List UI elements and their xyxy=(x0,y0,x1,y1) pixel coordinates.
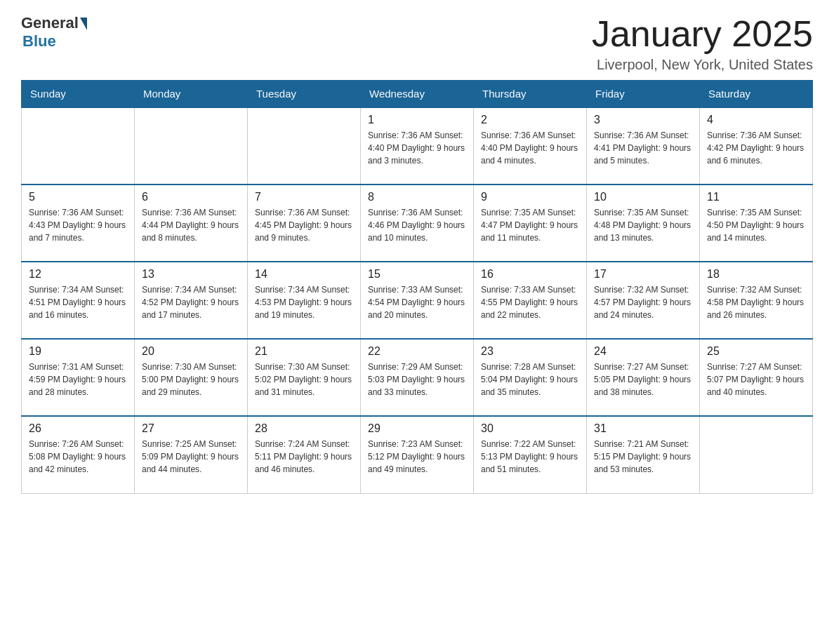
cell-inner: 29Sunrise: 7:23 AM Sunset: 5:12 PM Dayli… xyxy=(368,422,466,476)
cell-inner: 3Sunrise: 7:36 AM Sunset: 4:41 PM Daylig… xyxy=(594,114,692,167)
calendar-cell: 29Sunrise: 7:23 AM Sunset: 5:12 PM Dayli… xyxy=(361,416,474,493)
cell-inner: 12Sunrise: 7:34 AM Sunset: 4:51 PM Dayli… xyxy=(29,268,127,321)
day-info: Sunrise: 7:34 AM Sunset: 4:52 PM Dayligh… xyxy=(142,283,240,321)
day-info: Sunrise: 7:32 AM Sunset: 4:57 PM Dayligh… xyxy=(594,283,692,321)
day-info: Sunrise: 7:36 AM Sunset: 4:40 PM Dayligh… xyxy=(368,129,466,167)
cell-inner: 16Sunrise: 7:33 AM Sunset: 4:55 PM Dayli… xyxy=(481,268,579,321)
cell-inner: 30Sunrise: 7:22 AM Sunset: 5:13 PM Dayli… xyxy=(481,422,579,476)
logo: General Blue xyxy=(21,14,87,51)
cell-inner: 20Sunrise: 7:30 AM Sunset: 5:00 PM Dayli… xyxy=(142,345,240,398)
cell-inner: 7Sunrise: 7:36 AM Sunset: 4:45 PM Daylig… xyxy=(255,191,353,244)
cell-inner: 5Sunrise: 7:36 AM Sunset: 4:43 PM Daylig… xyxy=(29,191,127,244)
calendar-week-4: 19Sunrise: 7:31 AM Sunset: 4:59 PM Dayli… xyxy=(22,339,813,416)
calendar-header-tuesday: Tuesday xyxy=(248,81,361,108)
day-info: Sunrise: 7:33 AM Sunset: 4:55 PM Dayligh… xyxy=(481,283,579,321)
calendar-cell xyxy=(700,416,813,493)
day-number: 1 xyxy=(368,114,466,126)
calendar-cell xyxy=(248,107,361,185)
calendar-cell: 24Sunrise: 7:27 AM Sunset: 5:05 PM Dayli… xyxy=(587,339,700,416)
cell-inner: 13Sunrise: 7:34 AM Sunset: 4:52 PM Dayli… xyxy=(142,268,240,321)
day-number: 6 xyxy=(142,191,240,203)
day-info: Sunrise: 7:34 AM Sunset: 4:51 PM Dayligh… xyxy=(29,283,127,321)
calendar-cell: 10Sunrise: 7:35 AM Sunset: 4:48 PM Dayli… xyxy=(587,185,700,262)
cell-inner: 10Sunrise: 7:35 AM Sunset: 4:48 PM Dayli… xyxy=(594,191,692,244)
day-number: 7 xyxy=(255,191,353,203)
logo-general: General xyxy=(21,14,79,32)
day-info: Sunrise: 7:33 AM Sunset: 4:54 PM Dayligh… xyxy=(368,283,466,321)
day-info: Sunrise: 7:29 AM Sunset: 5:03 PM Dayligh… xyxy=(368,361,466,398)
page-title: January 2025 xyxy=(592,14,813,54)
day-number: 5 xyxy=(29,191,127,203)
calendar-cell: 20Sunrise: 7:30 AM Sunset: 5:00 PM Dayli… xyxy=(135,339,248,416)
calendar-cell: 8Sunrise: 7:36 AM Sunset: 4:46 PM Daylig… xyxy=(361,185,474,262)
cell-inner: 17Sunrise: 7:32 AM Sunset: 4:57 PM Dayli… xyxy=(594,268,692,321)
day-info: Sunrise: 7:32 AM Sunset: 4:58 PM Dayligh… xyxy=(707,283,805,321)
day-number: 26 xyxy=(29,422,127,435)
day-info: Sunrise: 7:36 AM Sunset: 4:40 PM Dayligh… xyxy=(481,129,579,167)
calendar-header-thursday: Thursday xyxy=(474,81,587,108)
day-number: 9 xyxy=(481,191,579,203)
calendar-cell: 25Sunrise: 7:27 AM Sunset: 5:07 PM Dayli… xyxy=(700,339,813,416)
calendar-cell: 28Sunrise: 7:24 AM Sunset: 5:11 PM Dayli… xyxy=(248,416,361,493)
day-number: 4 xyxy=(707,114,805,126)
calendar-cell: 5Sunrise: 7:36 AM Sunset: 4:43 PM Daylig… xyxy=(22,185,135,262)
calendar-cell: 26Sunrise: 7:26 AM Sunset: 5:08 PM Dayli… xyxy=(22,416,135,493)
page-subtitle: Liverpool, New York, United States xyxy=(592,57,813,73)
day-info: Sunrise: 7:31 AM Sunset: 4:59 PM Dayligh… xyxy=(29,361,127,398)
cell-inner: 24Sunrise: 7:27 AM Sunset: 5:05 PM Dayli… xyxy=(594,345,692,398)
cell-inner: 4Sunrise: 7:36 AM Sunset: 4:42 PM Daylig… xyxy=(707,114,805,167)
day-number: 28 xyxy=(255,422,353,435)
calendar-cell: 1Sunrise: 7:36 AM Sunset: 4:40 PM Daylig… xyxy=(361,107,474,185)
cell-inner: 27Sunrise: 7:25 AM Sunset: 5:09 PM Dayli… xyxy=(142,422,240,476)
logo-top: General xyxy=(21,14,87,32)
day-info: Sunrise: 7:30 AM Sunset: 5:02 PM Dayligh… xyxy=(255,361,353,398)
calendar-cell xyxy=(135,107,248,185)
day-number: 30 xyxy=(481,422,579,435)
cell-inner: 21Sunrise: 7:30 AM Sunset: 5:02 PM Dayli… xyxy=(255,345,353,398)
day-info: Sunrise: 7:34 AM Sunset: 4:53 PM Dayligh… xyxy=(255,283,353,321)
day-info: Sunrise: 7:28 AM Sunset: 5:04 PM Dayligh… xyxy=(481,361,579,398)
day-number: 18 xyxy=(707,268,805,281)
cell-inner: 9Sunrise: 7:35 AM Sunset: 4:47 PM Daylig… xyxy=(481,191,579,244)
day-number: 13 xyxy=(142,268,240,281)
calendar-cell: 30Sunrise: 7:22 AM Sunset: 5:13 PM Dayli… xyxy=(474,416,587,493)
day-number: 19 xyxy=(29,345,127,358)
day-info: Sunrise: 7:36 AM Sunset: 4:45 PM Dayligh… xyxy=(255,206,353,244)
day-info: Sunrise: 7:24 AM Sunset: 5:11 PM Dayligh… xyxy=(255,438,353,476)
calendar-cell: 15Sunrise: 7:33 AM Sunset: 4:54 PM Dayli… xyxy=(361,262,474,339)
calendar-cell: 23Sunrise: 7:28 AM Sunset: 5:04 PM Dayli… xyxy=(474,339,587,416)
day-info: Sunrise: 7:27 AM Sunset: 5:07 PM Dayligh… xyxy=(707,361,805,398)
cell-inner: 2Sunrise: 7:36 AM Sunset: 4:40 PM Daylig… xyxy=(481,114,579,167)
calendar-week-3: 12Sunrise: 7:34 AM Sunset: 4:51 PM Dayli… xyxy=(22,262,813,339)
cell-inner: 6Sunrise: 7:36 AM Sunset: 4:44 PM Daylig… xyxy=(142,191,240,244)
calendar-cell: 6Sunrise: 7:36 AM Sunset: 4:44 PM Daylig… xyxy=(135,185,248,262)
cell-inner: 8Sunrise: 7:36 AM Sunset: 4:46 PM Daylig… xyxy=(368,191,466,244)
cell-inner: 15Sunrise: 7:33 AM Sunset: 4:54 PM Dayli… xyxy=(368,268,466,321)
calendar-cell: 21Sunrise: 7:30 AM Sunset: 5:02 PM Dayli… xyxy=(248,339,361,416)
calendar-cell: 12Sunrise: 7:34 AM Sunset: 4:51 PM Dayli… xyxy=(22,262,135,339)
day-number: 16 xyxy=(481,268,579,281)
calendar-header-friday: Friday xyxy=(587,81,700,108)
calendar-cell: 17Sunrise: 7:32 AM Sunset: 4:57 PM Dayli… xyxy=(587,262,700,339)
day-info: Sunrise: 7:25 AM Sunset: 5:09 PM Dayligh… xyxy=(142,438,240,476)
calendar-table: SundayMondayTuesdayWednesdayThursdayFrid… xyxy=(21,80,813,494)
calendar-header-wednesday: Wednesday xyxy=(361,81,474,108)
day-number: 23 xyxy=(481,345,579,358)
cell-inner: 23Sunrise: 7:28 AM Sunset: 5:04 PM Dayli… xyxy=(481,345,579,398)
page-header: General Blue January 2025 Liverpool, New… xyxy=(21,14,813,73)
cell-inner: 11Sunrise: 7:35 AM Sunset: 4:50 PM Dayli… xyxy=(707,191,805,244)
day-number: 2 xyxy=(481,114,579,126)
logo-arrow-icon xyxy=(80,18,87,30)
calendar-cell: 9Sunrise: 7:35 AM Sunset: 4:47 PM Daylig… xyxy=(474,185,587,262)
cell-inner: 1Sunrise: 7:36 AM Sunset: 4:40 PM Daylig… xyxy=(368,114,466,167)
day-number: 20 xyxy=(142,345,240,358)
calendar-cell: 2Sunrise: 7:36 AM Sunset: 4:40 PM Daylig… xyxy=(474,107,587,185)
day-number: 31 xyxy=(594,422,692,435)
day-info: Sunrise: 7:26 AM Sunset: 5:08 PM Dayligh… xyxy=(29,438,127,476)
day-number: 25 xyxy=(707,345,805,358)
calendar-cell: 7Sunrise: 7:36 AM Sunset: 4:45 PM Daylig… xyxy=(248,185,361,262)
day-info: Sunrise: 7:23 AM Sunset: 5:12 PM Dayligh… xyxy=(368,438,466,476)
day-info: Sunrise: 7:21 AM Sunset: 5:15 PM Dayligh… xyxy=(594,438,692,476)
day-info: Sunrise: 7:36 AM Sunset: 4:46 PM Dayligh… xyxy=(368,206,466,244)
cell-inner: 26Sunrise: 7:26 AM Sunset: 5:08 PM Dayli… xyxy=(29,422,127,476)
